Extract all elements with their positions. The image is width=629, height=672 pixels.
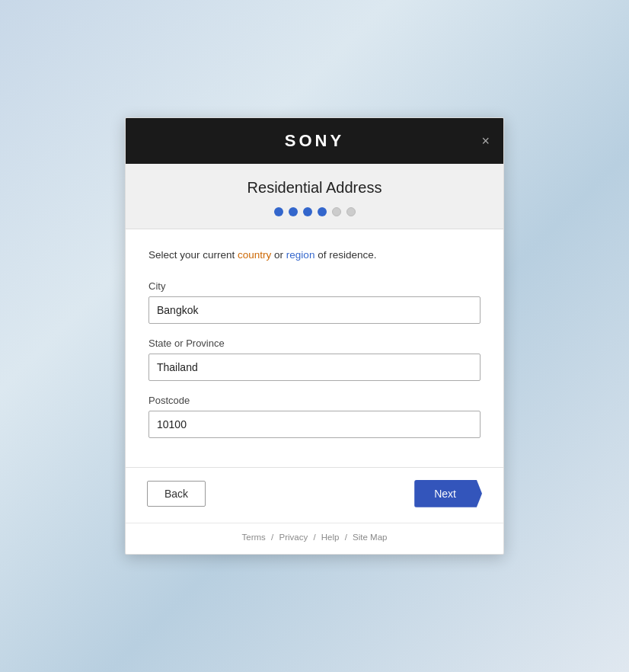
sep-3: / <box>345 533 347 542</box>
country-highlight: country <box>238 249 271 261</box>
page-title: Residential Address <box>126 179 503 197</box>
city-label: City <box>148 280 481 292</box>
modal-header: SONY × <box>126 118 503 164</box>
state-label: State or Province <box>148 338 481 349</box>
site-map-link[interactable]: Site Map <box>353 533 387 542</box>
city-group: City <box>148 280 481 324</box>
postcode-group: Postcode <box>148 395 481 438</box>
postcode-label: Postcode <box>148 395 481 406</box>
region-highlight: region <box>286 249 315 261</box>
modal-dialog: SONY × Residential Address Select your c… <box>125 117 504 554</box>
description-text: Select your current country or region of… <box>148 248 481 263</box>
close-button[interactable]: × <box>481 134 490 148</box>
progress-dot-2 <box>289 207 298 216</box>
modal-footer: Back Next <box>126 467 503 523</box>
progress-dot-3 <box>303 207 312 216</box>
sep-2: / <box>313 533 315 542</box>
sep-1: / <box>271 533 273 542</box>
next-button[interactable]: Next <box>414 480 482 507</box>
back-button[interactable]: Back <box>147 481 206 507</box>
progress-indicator <box>126 207 503 216</box>
title-section: Residential Address <box>126 164 503 229</box>
terms-link[interactable]: Terms <box>242 533 266 542</box>
footer-links: Terms / Privacy / Help / Site Map <box>126 523 503 554</box>
progress-dot-5 <box>332 207 341 216</box>
progress-dot-1 <box>274 207 283 216</box>
state-input[interactable] <box>148 354 481 381</box>
help-link[interactable]: Help <box>321 533 340 542</box>
postcode-input[interactable] <box>148 411 481 438</box>
privacy-link[interactable]: Privacy <box>279 533 308 542</box>
sony-logo: SONY <box>285 131 344 151</box>
state-group: State or Province <box>148 338 481 381</box>
progress-dot-6 <box>346 207 356 216</box>
modal-body: Select your current country or region of… <box>126 229 503 466</box>
city-input[interactable] <box>148 296 481 324</box>
progress-dot-4 <box>318 207 327 216</box>
